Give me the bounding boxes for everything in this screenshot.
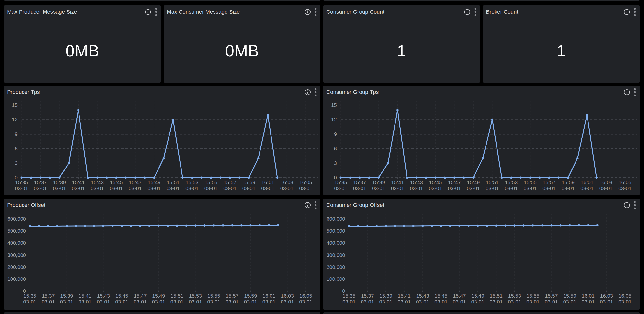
svg-text:15:35: 15:35 [15, 180, 28, 185]
panel-header-actions [145, 8, 157, 16]
kebab-menu-icon[interactable] [634, 8, 636, 16]
partial-panel-above-left [4, 0, 320, 1]
svg-text:03-01: 03-01 [115, 299, 128, 304]
svg-text:15:49: 15:49 [152, 293, 165, 298]
timeseries-chart-consumer-group-tps[interactable]: 0369121515:3503-0115:3703-0115:3903-0115… [323, 99, 640, 195]
panel-header-actions [624, 88, 636, 96]
svg-text:15:59: 15:59 [242, 180, 255, 185]
svg-text:500,000: 500,000 [326, 228, 345, 234]
info-circle-icon[interactable] [145, 9, 151, 15]
kebab-menu-icon[interactable] [634, 88, 636, 96]
info-circle-icon[interactable] [304, 9, 311, 15]
panel-broker-count: Broker Count 1 [483, 6, 640, 83]
partial-panel-below-right [323, 312, 640, 314]
svg-text:16:01: 16:01 [581, 180, 594, 185]
panel-header: Max Producer Message Size [4, 6, 161, 19]
timeseries-chart-producer-offset[interactable]: 0100,000200,000300,000400,000500,000600,… [4, 212, 320, 310]
timeseries-chart-producer-tps[interactable]: 0369121515:3503-0115:3703-0115:3903-0115… [4, 99, 320, 195]
svg-text:03-01: 03-01 [342, 299, 356, 304]
svg-text:500,000: 500,000 [7, 228, 26, 234]
svg-text:03-01: 03-01 [434, 299, 448, 304]
svg-text:15:47: 15:47 [129, 180, 142, 185]
info-circle-icon[interactable] [304, 89, 311, 95]
svg-text:03-01: 03-01 [582, 299, 595, 304]
svg-text:15:47: 15:47 [134, 293, 147, 298]
svg-text:03-01: 03-01 [23, 299, 36, 304]
svg-text:03-01: 03-01 [110, 185, 123, 191]
stat-value: 0MB [225, 42, 259, 60]
panel-title: Producer Tps [7, 89, 40, 95]
svg-text:400,000: 400,000 [7, 240, 26, 246]
svg-text:200,000: 200,000 [7, 264, 26, 270]
stat-panel-body: 0MB [164, 19, 320, 83]
svg-text:03-01: 03-01 [226, 299, 239, 304]
svg-text:03-01: 03-01 [15, 185, 28, 191]
svg-text:15:49: 15:49 [471, 293, 484, 298]
svg-text:03-01: 03-01 [299, 299, 312, 304]
panel-header-actions [304, 201, 317, 210]
kebab-menu-icon[interactable] [314, 8, 317, 16]
info-circle-icon[interactable] [304, 202, 311, 208]
kebab-menu-icon[interactable] [155, 8, 157, 16]
svg-text:15:49: 15:49 [148, 180, 161, 185]
svg-text:03-01: 03-01 [244, 299, 257, 304]
info-circle-icon[interactable] [624, 9, 630, 15]
svg-text:15:39: 15:39 [379, 293, 392, 298]
svg-text:03-01: 03-01 [448, 185, 461, 191]
svg-text:9: 9 [15, 131, 18, 137]
svg-text:15:37: 15:37 [42, 293, 55, 298]
svg-text:03-01: 03-01 [280, 185, 294, 191]
info-circle-icon[interactable] [624, 202, 630, 208]
svg-text:16:03: 16:03 [280, 180, 293, 185]
info-circle-icon[interactable] [464, 9, 470, 15]
svg-text:16:05: 16:05 [618, 293, 632, 298]
panel-consumer-group-offset: Consumer Group Offset 0100,000200,000300… [323, 198, 640, 310]
svg-text:03-01: 03-01 [166, 185, 180, 191]
kebab-menu-icon[interactable] [314, 88, 317, 96]
svg-text:03-01: 03-01 [223, 185, 236, 191]
chart-canvas: 0100,000200,000300,000400,000500,000600,… [4, 212, 320, 310]
svg-text:600,000: 600,000 [326, 216, 345, 222]
svg-text:15:59: 15:59 [563, 293, 576, 298]
panel-title: Consumer Group Count [326, 9, 384, 15]
stat-panel-body: 1 [323, 19, 480, 83]
panel-title: Max Producer Message Size [7, 9, 77, 15]
svg-text:03-01: 03-01 [524, 185, 537, 191]
panel-header-actions [624, 201, 636, 210]
svg-text:6: 6 [334, 146, 337, 152]
stat-panel-body: 0MB [4, 19, 161, 83]
svg-text:03-01: 03-01 [580, 185, 594, 191]
svg-text:03-01: 03-01 [600, 299, 613, 304]
svg-text:9: 9 [334, 131, 337, 137]
panel-header-actions [464, 8, 476, 16]
kebab-menu-icon[interactable] [634, 201, 636, 210]
svg-text:03-01: 03-01 [486, 185, 499, 191]
panel-title: Consumer Group Offset [326, 202, 384, 208]
svg-text:15:55: 15:55 [204, 180, 218, 185]
timeseries-chart-consumer-group-offset[interactable]: 0100,000200,000300,000400,000500,000600,… [323, 212, 640, 310]
svg-text:03-01: 03-01 [504, 185, 518, 191]
svg-text:03-01: 03-01 [379, 299, 392, 304]
svg-text:3: 3 [334, 160, 337, 166]
svg-text:600,000: 600,000 [7, 216, 26, 222]
svg-text:03-01: 03-01 [60, 299, 74, 304]
svg-text:03-01: 03-01 [467, 185, 480, 191]
panel-header-actions [624, 8, 636, 16]
svg-text:300,000: 300,000 [7, 252, 26, 258]
svg-text:03-01: 03-01 [186, 185, 198, 191]
partial-panel-below-left [4, 312, 320, 314]
svg-text:12: 12 [12, 117, 18, 122]
svg-text:03-01: 03-01 [600, 185, 613, 191]
svg-text:16:03: 16:03 [281, 293, 294, 298]
svg-text:16:05: 16:05 [300, 180, 312, 185]
svg-text:15:57: 15:57 [545, 293, 558, 298]
svg-text:3: 3 [15, 160, 18, 166]
stat-panel-body: 1 [483, 19, 640, 83]
kebab-menu-icon[interactable] [314, 201, 317, 210]
svg-text:15:35: 15:35 [343, 293, 356, 298]
svg-text:15:47: 15:47 [453, 293, 466, 298]
kebab-menu-icon[interactable] [474, 8, 476, 16]
info-circle-icon[interactable] [624, 89, 630, 95]
svg-text:03-01: 03-01 [618, 185, 632, 191]
svg-text:15:57: 15:57 [224, 180, 236, 185]
